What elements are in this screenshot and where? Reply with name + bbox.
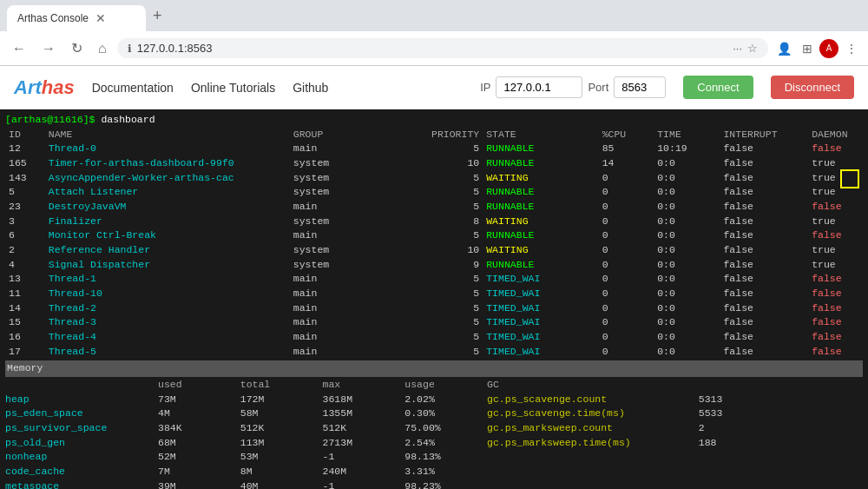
- thread-table: ID NAME GROUP PRIORITY STATE %CPU TIME I…: [5, 128, 863, 360]
- back-button[interactable]: ←: [7, 37, 31, 60]
- terminal-prompt: [arthas@11616]$: [5, 114, 101, 125]
- disconnect-button[interactable]: Disconnect: [771, 76, 854, 99]
- memory-section-header: Memory: [5, 360, 863, 377]
- memory-row-code-cache: code_cache7M8M240M3.31%: [5, 465, 769, 479]
- memory-row-heap: heap73M172M3618M2.02% gc.ps_scavenge.cou…: [5, 393, 769, 407]
- tab-close-icon[interactable]: ✕: [95, 11, 106, 25]
- table-row: 16Thread-4main5TIMED_WAI00:0falsefalse: [5, 330, 863, 345]
- browser-tab-bar: Arthas Console ✕ +: [0, 0, 868, 31]
- extensions-icon[interactable]: ⊞: [799, 38, 816, 59]
- protocol-icon: ℹ: [128, 43, 132, 55]
- memory-label: Memory: [7, 362, 43, 373]
- user-icon[interactable]: 👤: [773, 38, 795, 59]
- address-bar[interactable]: ℹ 127.0.0.1:8563 ··· ☆: [117, 38, 768, 58]
- table-row: 165Timer-for-arthas-dashboard-99f0system…: [5, 156, 863, 171]
- more-menu-icon[interactable]: ⋮: [842, 38, 861, 59]
- memory-row-metaspace: metaspace39M40M-198.23%: [5, 479, 769, 489]
- memory-table: used total max usage GC heap73M172M3618M…: [5, 378, 769, 489]
- more-icon: ···: [733, 42, 742, 55]
- table-row: 13Thread-1main5TIMED_WAI00:0falsefalse: [5, 272, 863, 287]
- arthas-icon[interactable]: A: [819, 39, 838, 58]
- nav-online-tutorials[interactable]: Online Tutorials: [191, 81, 275, 95]
- app-logo: Arthas: [14, 76, 75, 99]
- new-tab-button[interactable]: +: [146, 7, 169, 25]
- bookmark-icon[interactable]: ☆: [747, 42, 758, 55]
- memory-row-ps-old: ps_old_gen68M113M2713M2.54% gc.ps_marksw…: [5, 436, 769, 451]
- port-label: Port: [588, 81, 608, 94]
- port-input[interactable]: [614, 76, 666, 98]
- table-row: 5Attach Listenersystem5RUNNABLE00:0false…: [5, 185, 863, 200]
- connect-button[interactable]: Connect: [683, 76, 753, 99]
- table-row: 4Signal Dispatchersystem9RUNNABLE00:0fal…: [5, 258, 863, 273]
- table-row: 23DestroyJavaVMmain5RUNNABLE00:0falsefal…: [5, 200, 863, 215]
- terminal[interactable]: [arthas@11616]$ dashboard ID NAME GROUP …: [0, 109, 868, 489]
- table-row: 17Thread-5main5TIMED_WAI00:0falsefalse: [5, 345, 863, 360]
- browser-controls: ← → ↻ ⌂ ℹ 127.0.0.1:8563 ··· ☆ 👤 ⊞ A ⋮: [0, 31, 868, 66]
- app-toolbar: Arthas Documentation Online Tutorials Gi…: [0, 66, 868, 109]
- memory-row-ps-survivor: ps_survivor_space384K512K512K75.00% gc.p…: [5, 421, 769, 436]
- table-row: 143AsyncAppender-Worker-arthas-cacsystem…: [5, 171, 863, 186]
- table-row: 3Finalizersystem8WAITING00:0falsetrue: [5, 215, 863, 229]
- refresh-button[interactable]: ↻: [66, 36, 88, 60]
- table-row: 6Monitor Ctrl-Breakmain5RUNNABLE00:0fals…: [5, 228, 863, 243]
- table-row: 12Thread-0main5RUNNABLE8510:19falsefalse: [5, 142, 863, 156]
- terminal-prompt-line: [arthas@11616]$ dashboard: [5, 113, 863, 128]
- table-row: 14Thread-2main5TIMED_WAI00:0falsefalse: [5, 301, 863, 316]
- nav-documentation[interactable]: Documentation: [92, 81, 174, 95]
- ip-input[interactable]: [496, 76, 582, 98]
- forward-button[interactable]: →: [36, 37, 61, 60]
- browser-action-buttons: 👤 ⊞ A ⋮: [773, 38, 861, 59]
- memory-row-ps-eden: ps_eden_space4M58M1355M0.30% gc.ps_scave…: [5, 406, 769, 421]
- ip-label: IP: [480, 81, 490, 94]
- memory-row-nonheap: nonheap52M53M-198.13%: [5, 450, 769, 465]
- table-row: 2Reference Handlersystem10WAITING00:0fal…: [5, 243, 863, 258]
- ip-group: IP Port: [480, 76, 666, 98]
- url-display: 127.0.0.1:8563: [137, 42, 727, 55]
- table-row: 15Thread-3main5TIMED_WAI00:0falsefalse: [5, 315, 863, 330]
- tab-title: Arthas Console: [17, 12, 89, 24]
- terminal-command: dashboard: [101, 114, 155, 125]
- table-row: 11Thread-10main5TIMED_WAI00:0falsefalse: [5, 287, 863, 301]
- nav-github[interactable]: Github: [293, 81, 328, 95]
- home-button[interactable]: ⌂: [93, 37, 112, 60]
- browser-tab[interactable]: Arthas Console ✕: [7, 5, 146, 31]
